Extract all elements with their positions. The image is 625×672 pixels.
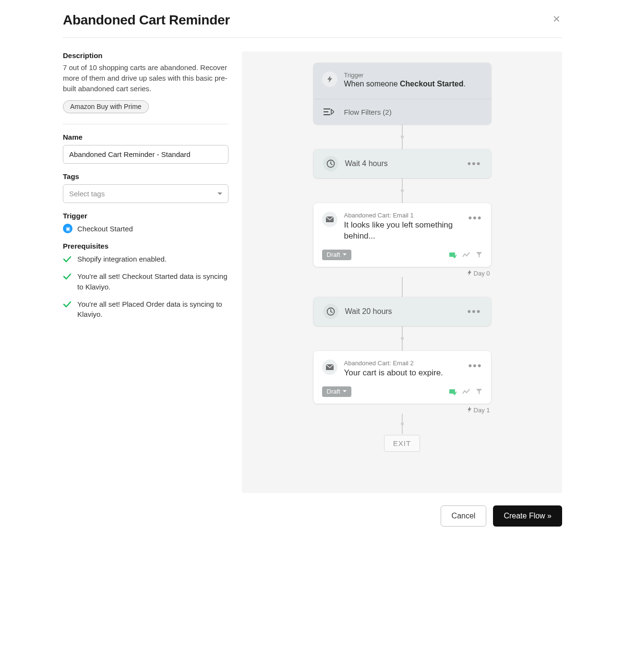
description-heading: Description bbox=[63, 51, 228, 60]
trigger-card-text: Trigger When someone Checkout Started. bbox=[344, 72, 466, 88]
more-icon[interactable]: ••• bbox=[467, 305, 481, 318]
modal-body: Description 7 out of 10 shopping carts a… bbox=[63, 38, 562, 493]
clock-icon bbox=[323, 156, 338, 171]
chevron-down-icon bbox=[217, 192, 222, 195]
email-card[interactable]: Abandoned Cart: Email 2 Your cart is abo… bbox=[313, 351, 491, 404]
card-tool-icons bbox=[449, 388, 482, 395]
day-label: Day 1 bbox=[467, 407, 490, 414]
modal-header: Abandoned Cart Reminder × bbox=[63, 10, 562, 38]
prereq-text: You're all set! Checkout Started data is… bbox=[77, 271, 228, 292]
analytics-icon[interactable] bbox=[462, 388, 470, 395]
close-icon: × bbox=[553, 12, 560, 26]
exit-node: EXIT bbox=[384, 435, 420, 452]
funnel-icon[interactable] bbox=[476, 252, 482, 258]
email-head: Abandoned Cart: Email 2 Your cart is abo… bbox=[322, 360, 482, 379]
left-column: Description 7 out of 10 shopping carts a… bbox=[63, 51, 228, 493]
modal-footer: Cancel Create Flow » bbox=[63, 505, 562, 527]
modal-container: Abandoned Cart Reminder × Description 7 … bbox=[63, 10, 562, 540]
flow-column: Trigger When someone Checkout Started. bbox=[313, 63, 491, 452]
bolt-small-icon bbox=[467, 270, 472, 277]
wait-text: Wait 20 hours bbox=[345, 307, 461, 316]
day-label: Day 0 bbox=[467, 270, 490, 277]
email-footer: Draft bbox=[322, 250, 482, 260]
email-subject: Your cart is about to expire. bbox=[344, 368, 462, 379]
description-body: 7 out of 10 shopping carts are abandoned… bbox=[63, 62, 228, 94]
tags-select[interactable]: Select tags bbox=[63, 184, 228, 203]
integration-chip[interactable]: Amazon Buy with Prime bbox=[63, 100, 149, 113]
chevron-down-icon bbox=[343, 390, 347, 392]
filter-icon bbox=[322, 106, 336, 118]
bolt-icon bbox=[322, 72, 337, 87]
flow-connector bbox=[402, 124, 403, 149]
trigger-card-top: Trigger When someone Checkout Started. bbox=[313, 63, 491, 99]
more-icon[interactable]: ••• bbox=[468, 360, 482, 372]
prereq-text: Shopify integration enabled. bbox=[77, 254, 167, 264]
delivery-icon[interactable] bbox=[449, 388, 457, 395]
email-label: Abandoned Cart: Email 2 bbox=[344, 360, 462, 367]
wait-card[interactable]: Wait 20 hours ••• bbox=[313, 297, 491, 326]
prereq-item: You're all set! Placed Order data is syn… bbox=[63, 299, 228, 320]
svg-rect-5 bbox=[449, 252, 455, 257]
email-subject: It looks like you left something behind.… bbox=[344, 220, 462, 242]
chevron-down-icon bbox=[343, 253, 347, 255]
svg-rect-8 bbox=[449, 389, 455, 394]
flow-filters-label: Flow Filters (2) bbox=[344, 108, 392, 116]
analytics-icon[interactable] bbox=[462, 252, 470, 258]
wait-card[interactable]: Wait 4 hours ••• bbox=[313, 149, 491, 178]
flow-canvas: Trigger When someone Checkout Started. bbox=[242, 51, 562, 493]
email-label: Abandoned Cart: Email 1 bbox=[344, 212, 462, 219]
cancel-button[interactable]: Cancel bbox=[441, 505, 487, 527]
check-icon bbox=[63, 272, 72, 281]
prereq-list: Shopify integration enabled. You're all … bbox=[63, 254, 228, 320]
flow-connector bbox=[402, 277, 403, 297]
prereq-item: Shopify integration enabled. bbox=[63, 254, 228, 264]
delivery-icon[interactable] bbox=[449, 252, 457, 258]
status-badge[interactable]: Draft bbox=[322, 250, 351, 260]
trigger-badge-icon: ▣ bbox=[63, 224, 72, 233]
status-badge[interactable]: Draft bbox=[322, 386, 351, 397]
divider bbox=[63, 124, 228, 124]
check-icon bbox=[63, 300, 72, 309]
flow-connector bbox=[402, 414, 403, 434]
funnel-icon[interactable] bbox=[476, 388, 482, 395]
email-head: Abandoned Cart: Email 1 It looks like yo… bbox=[322, 212, 482, 242]
clock-icon bbox=[323, 304, 338, 319]
mail-icon bbox=[322, 212, 337, 227]
svg-rect-0 bbox=[324, 108, 330, 109]
trigger-name: Checkout Started bbox=[77, 225, 133, 233]
bolt-small-icon bbox=[467, 407, 472, 414]
email-footer: Draft bbox=[322, 386, 482, 397]
trigger-card-main: When someone Checkout Started. bbox=[344, 80, 466, 88]
create-flow-button[interactable]: Create Flow » bbox=[493, 505, 562, 527]
tags-label: Tags bbox=[63, 172, 228, 180]
name-label: Name bbox=[63, 133, 228, 141]
svg-rect-1 bbox=[324, 111, 328, 112]
trigger-card-label: Trigger bbox=[344, 72, 466, 79]
mail-icon bbox=[322, 360, 337, 375]
flow-connector bbox=[402, 326, 403, 351]
prereq-heading: Prerequisites bbox=[63, 242, 228, 250]
trigger-heading: Trigger bbox=[63, 212, 228, 220]
modal-title: Abandoned Cart Reminder bbox=[63, 12, 230, 28]
svg-rect-2 bbox=[324, 114, 330, 115]
name-input[interactable] bbox=[63, 145, 228, 164]
card-tool-icons bbox=[449, 252, 482, 258]
check-icon bbox=[63, 255, 72, 264]
trigger-card[interactable]: Trigger When someone Checkout Started. bbox=[313, 63, 491, 124]
close-button[interactable]: × bbox=[551, 12, 562, 25]
trigger-row: ▣ Checkout Started bbox=[63, 224, 228, 233]
more-icon[interactable]: ••• bbox=[467, 157, 481, 170]
tags-placeholder: Select tags bbox=[69, 190, 105, 198]
prereq-text: You're all set! Placed Order data is syn… bbox=[77, 299, 228, 320]
more-icon[interactable]: ••• bbox=[468, 212, 482, 224]
prereq-item: You're all set! Checkout Started data is… bbox=[63, 271, 228, 292]
flow-filters-row[interactable]: Flow Filters (2) bbox=[313, 99, 491, 124]
flow-connector bbox=[402, 178, 403, 203]
wait-text: Wait 4 hours bbox=[345, 159, 461, 168]
email-card[interactable]: Abandoned Cart: Email 1 It looks like yo… bbox=[313, 203, 491, 267]
